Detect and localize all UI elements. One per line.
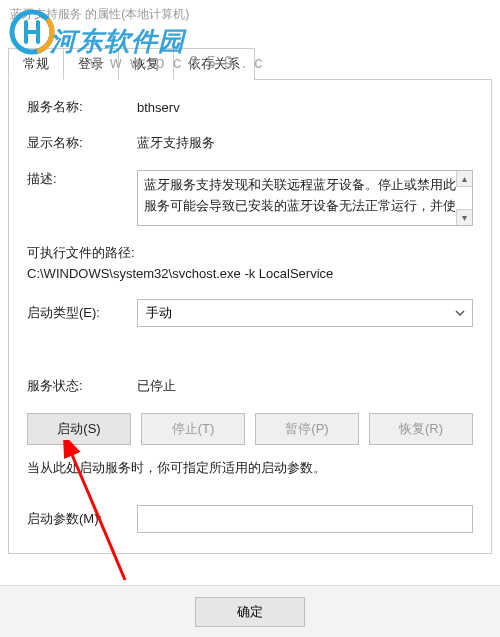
label-service-name: 服务名称:: [27, 98, 137, 116]
scroll-down-icon[interactable]: ▾: [456, 209, 472, 225]
startup-type-select[interactable]: 手动: [137, 299, 473, 327]
tab-content: 服务名称: bthserv 显示名称: 蓝牙支持服务 描述: 蓝牙服务支持发现和…: [8, 80, 492, 554]
label-startup-type: 启动类型(E):: [27, 304, 137, 322]
value-exec-path: C:\WINDOWS\system32\svchost.exe -k Local…: [27, 266, 473, 281]
chevron-down-icon[interactable]: [447, 299, 473, 327]
label-service-status: 服务状态:: [27, 377, 137, 395]
description-text: 蓝牙服务支持发现和关联远程蓝牙设备。停止或禁用此服务可能会导致已安装的蓝牙设备无…: [144, 177, 456, 213]
label-start-params: 启动参数(M):: [27, 510, 137, 528]
label-exec-path: 可执行文件的路径:: [27, 244, 473, 262]
description-box: 蓝牙服务支持发现和关联远程蓝牙设备。停止或禁用此服务可能会导致已安装的蓝牙设备无…: [137, 170, 473, 226]
resume-button: 恢复(R): [369, 413, 473, 445]
startup-type-value: 手动: [146, 304, 172, 322]
hint-text: 当从此处启动服务时，你可指定所适用的启动参数。: [27, 459, 473, 477]
label-display-name: 显示名称:: [27, 134, 137, 152]
value-display-name: 蓝牙支持服务: [137, 134, 473, 152]
pause-button: 暂停(P): [255, 413, 359, 445]
scroll-up-icon[interactable]: ▴: [456, 171, 472, 187]
watermark-logo: [8, 8, 56, 56]
bottom-bar: 确定: [0, 585, 500, 637]
value-service-name: bthserv: [137, 100, 473, 115]
watermark-url: w w w. p c 3 5 9 . c: [90, 54, 264, 72]
label-description: 描述:: [27, 170, 137, 188]
start-button[interactable]: 启动(S): [27, 413, 131, 445]
control-buttons: 启动(S) 停止(T) 暂停(P) 恢复(R): [27, 413, 473, 445]
stop-button: 停止(T): [141, 413, 245, 445]
ok-button[interactable]: 确定: [195, 597, 305, 627]
value-service-status: 已停止: [137, 377, 473, 395]
start-params-input[interactable]: [137, 505, 473, 533]
